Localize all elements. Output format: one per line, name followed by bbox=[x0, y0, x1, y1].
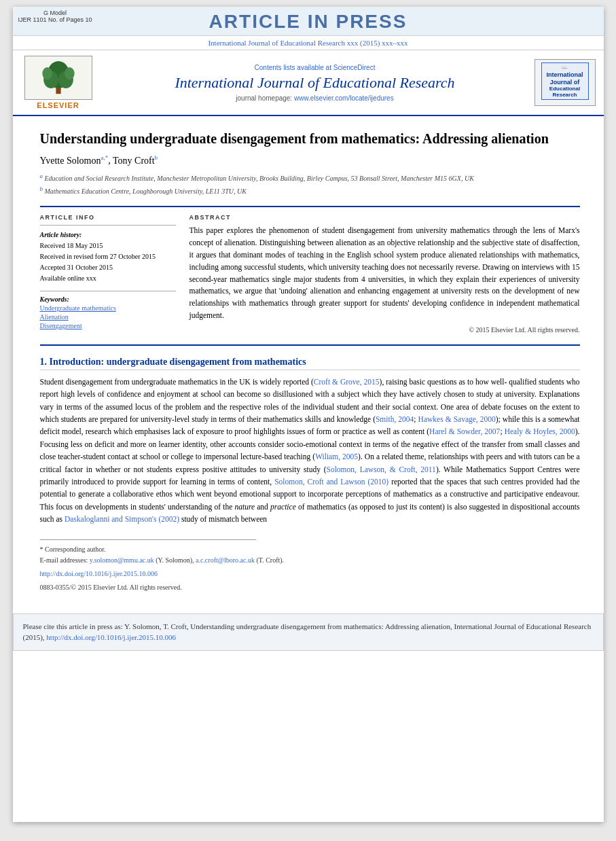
authors-line: Yvette Solomona,*, Tony Croftb bbox=[40, 154, 580, 166]
affiliations: a Education and Social Research Institut… bbox=[40, 172, 580, 197]
abstract-text: This paper explores the phenomenon of st… bbox=[189, 225, 580, 322]
section1-para1: Student disengagement from undergraduate… bbox=[40, 376, 580, 526]
author-sep: , Tony Croft bbox=[108, 156, 154, 166]
section1-number: 1. bbox=[40, 357, 48, 367]
page: G Model IJER 1101 No. of Pages 10 ARTICL… bbox=[13, 7, 604, 822]
cite-smith2004[interactable]: Smith, 2004 bbox=[376, 415, 414, 423]
keywords-section: Keywords: Undergraduate mathematics Alie… bbox=[40, 296, 176, 329]
author-croft-sup: b bbox=[155, 154, 158, 161]
svg-point-5 bbox=[65, 67, 75, 79]
article-info-head: ARTICLE INFO bbox=[40, 214, 176, 221]
affil-a: a Education and Social Research Institut… bbox=[40, 172, 580, 183]
article-history: Article history: Received 18 May 2015 Re… bbox=[40, 230, 176, 284]
aip-banner: G Model IJER 1101 No. of Pages 10 ARTICL… bbox=[13, 7, 604, 36]
article-info-col: ARTICLE INFO Article history: Received 1… bbox=[40, 214, 176, 334]
issn-line: 0883-0355/© 2015 Elsevier Ltd. All right… bbox=[40, 582, 580, 593]
email1-link[interactable]: y.solomon@mmu.ac.uk bbox=[90, 556, 154, 564]
journal-center: Contents lists available at ScienceDirec… bbox=[96, 64, 535, 102]
article-title: Understanding undergraduate disengagemen… bbox=[40, 130, 580, 147]
svg-point-4 bbox=[42, 67, 52, 79]
cite-hawkes2000[interactable]: Hawkes & Savage, 2000 bbox=[418, 415, 496, 423]
copyright-line: © 2015 Elsevier Ltd. All rights reserved… bbox=[189, 326, 580, 334]
keyword-2[interactable]: Alienation bbox=[40, 313, 176, 321]
cite-croft2015[interactable]: Croft & Grove, 2015 bbox=[314, 378, 380, 386]
cite-solomon2011[interactable]: Solomon, Lawson, & Croft, 2011 bbox=[327, 465, 436, 473]
cite-healy2000[interactable]: Healy & Hoyles, 2000 bbox=[505, 427, 575, 435]
aip-title: ARTICLE IN PRESS bbox=[13, 11, 604, 33]
contents-available: Contents lists available at ScienceDirec… bbox=[103, 64, 528, 71]
journal-homepage-link[interactable]: www.elsevier.com/locate/ijedures bbox=[294, 94, 394, 102]
info-divider-top bbox=[40, 225, 176, 226]
elsevier-wordmark: ELSEVIER bbox=[37, 101, 79, 109]
journal-logo-right: 📖 International Journal of EducationalRe… bbox=[535, 59, 596, 106]
abstract-head: ABSTRACT bbox=[189, 214, 580, 221]
keyword-3[interactable]: Disengagement bbox=[40, 322, 176, 329]
journal-title-main: International Journal of Educational Res… bbox=[103, 74, 528, 92]
accepted-date: Accepted 31 October 2015 bbox=[40, 262, 176, 273]
footnotes: * Corresponding author. E-mail addresses… bbox=[40, 544, 580, 593]
article-meta-row: ARTICLE INFO Article history: Received 1… bbox=[40, 214, 580, 334]
history-label: Article history: bbox=[40, 230, 176, 240]
corresponding-note: * Corresponding author. bbox=[40, 544, 580, 555]
affil-b: b Mathematics Education Centre, Loughbor… bbox=[40, 185, 580, 196]
cite-harel2007[interactable]: Harel & Sowder, 2007 bbox=[429, 427, 500, 435]
footnote-divider bbox=[40, 539, 256, 540]
elsevier-logo-image bbox=[24, 56, 92, 100]
elsevier-logo: ELSEVIER bbox=[21, 56, 96, 109]
keyword-1[interactable]: Undergraduate mathematics bbox=[40, 304, 176, 312]
email-note: E-mail addresses: y.solomon@mmu.ac.uk (Y… bbox=[40, 555, 580, 566]
author-solomon-sup: a,* bbox=[101, 154, 108, 161]
section-divider bbox=[40, 344, 580, 346]
cite-dask2002[interactable]: Daskaloglanni and Simpson's (2002) bbox=[65, 515, 179, 523]
keywords-label: Keywords: bbox=[40, 296, 176, 303]
author-solomon: Yvette Solomon bbox=[40, 156, 101, 166]
section1-heading: 1. Introduction: undergraduate disengage… bbox=[40, 357, 580, 370]
jr-logo-sub: EducationalResearch bbox=[549, 86, 580, 98]
abstract-col: ABSTRACT This paper explores the phenome… bbox=[189, 214, 580, 334]
jr-logo-title: International Journal of bbox=[545, 71, 585, 86]
revised-date: Received in revised form 27 October 2015 bbox=[40, 251, 176, 262]
citation-doi-link[interactable]: http://dx.doi.org/10.1016/j.ijer.2015.10… bbox=[46, 633, 176, 641]
available-date: Available online xxx bbox=[40, 273, 176, 284]
cite-wiliam2005[interactable]: Wiliam, 2005 bbox=[315, 452, 358, 461]
doi-link[interactable]: http://dx.doi.org/10.1016/j.ijer.2015.10… bbox=[40, 570, 158, 577]
section1-title: Introduction: undergraduate disengagemen… bbox=[50, 357, 306, 367]
citation-box: Please cite this article in press as: Y.… bbox=[13, 613, 604, 651]
g-model-label: G Model IJER 1101 No. of Pages 10 bbox=[18, 10, 92, 23]
header-divider bbox=[40, 206, 580, 207]
info-divider-mid bbox=[40, 291, 176, 291]
journal-homepage: journal homepage: www.elsevier.com/locat… bbox=[103, 94, 528, 102]
cite-solomon2010[interactable]: Solomon, Croft and Lawson (2010) bbox=[274, 478, 388, 486]
email2-link[interactable]: a.c.croft@lboro.ac.uk bbox=[196, 556, 255, 564]
journal-link-bar: International Journal of Educational Res… bbox=[13, 36, 604, 50]
content-area: Understanding undergraduate disengagemen… bbox=[13, 116, 604, 607]
received-date: Received 18 May 2015 bbox=[40, 240, 176, 251]
journal-header: ELSEVIER Contents lists available at Sci… bbox=[13, 50, 604, 116]
